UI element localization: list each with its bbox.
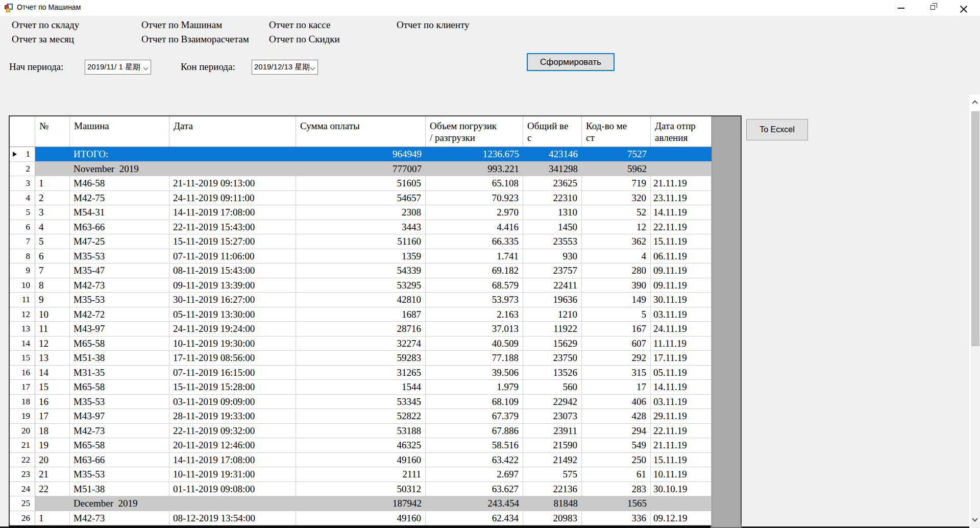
cell: 49160 — [296, 453, 426, 467]
start-period-datepicker[interactable]: 2019/11/ 1 星期 — [85, 60, 151, 75]
close-button[interactable] — [952, 0, 975, 16]
menu-item-report-cash[interactable]: Отчет по кассе — [269, 19, 330, 31]
table-row[interactable]: 1ИТОГО:9649491236.6754231467527 — [10, 147, 741, 162]
cell: 777007 — [296, 162, 426, 176]
menu-item-report-client[interactable]: Отчет по клиенту — [397, 19, 470, 31]
row-header[interactable]: 11 — [10, 293, 35, 307]
vertical-scrollbar[interactable] — [969, 95, 980, 528]
cell: 21.11.19 — [651, 438, 712, 452]
table-row[interactable]: 53М54-3114-11-2019 17:08:0023082.9701310… — [10, 205, 741, 220]
row-header[interactable]: 3 — [10, 176, 35, 190]
table-row[interactable]: 1715М65-5815-11-2019 15:28:0015441.97956… — [10, 380, 741, 395]
table-row[interactable]: 64М63-6622-11-2019 15:43:0034434.4161450… — [10, 220, 741, 235]
column-header-1[interactable]: Машина — [70, 116, 169, 147]
cell: 575 — [523, 467, 582, 482]
row-header[interactable]: 5 — [10, 205, 35, 220]
row-header[interactable]: 12 — [10, 307, 35, 322]
table-row[interactable]: 1614М31-3507-11-2019 16:15:003126539.506… — [10, 366, 741, 380]
menu-item-report-machines[interactable]: Отчет по Машинам — [141, 19, 222, 31]
table-row[interactable]: 2November 2019777007993.2213412985962 — [10, 162, 741, 177]
export-to-excel-button[interactable]: To Ecxcel — [746, 119, 808, 140]
column-header-0[interactable]: № — [35, 116, 70, 147]
row-header[interactable]: 9 — [10, 263, 35, 278]
table-row[interactable]: 2018М42-7322-11-2019 09:32:005318867.886… — [10, 424, 741, 439]
minimize-button[interactable] — [890, 0, 913, 16]
row-header[interactable]: 21 — [10, 438, 35, 452]
row-header[interactable]: 16 — [10, 366, 35, 380]
table-row[interactable]: 2422М51-3801-11-2019 09:08:005031263.627… — [10, 482, 741, 497]
table-row[interactable]: 86М35-5307-11-2019 11:06:0013591.7419304… — [10, 249, 741, 264]
table-row[interactable]: 25December 2019187942243.454818481565 — [10, 496, 741, 511]
cell: 10-11-2019 19:30:00 — [169, 337, 296, 351]
column-header-5[interactable]: Общий ве с — [523, 116, 582, 147]
cell: 149 — [582, 293, 651, 307]
row-header[interactable]: 4 — [10, 191, 35, 205]
row-header[interactable]: 17 — [10, 380, 35, 394]
row-header[interactable]: 20 — [10, 424, 35, 438]
row-header[interactable]: 8 — [10, 249, 35, 263]
cell: М42-73 — [70, 511, 169, 525]
column-header-7[interactable]: Дата отпр авления — [651, 116, 712, 147]
row-header[interactable]: 15 — [10, 351, 35, 365]
table-row[interactable]: 2119М65-5820-11-2019 12:46:004632558.516… — [10, 438, 741, 453]
column-header-3[interactable]: Сумма оплаты — [296, 116, 426, 147]
column-header-2[interactable]: Дата — [169, 116, 296, 147]
table-row[interactable]: 2321М35-5310-11-2019 19:31:0021112.69757… — [10, 467, 741, 482]
table-row[interactable]: 1816М35-5303-11-2019 09:09:005334568.109… — [10, 395, 741, 410]
table-row[interactable]: 1412М65-5810-11-2019 19:30:003227440.509… — [10, 337, 741, 351]
row-header[interactable]: 22 — [10, 453, 35, 467]
grid-filler-column — [712, 116, 741, 527]
chevron-down-icon[interactable] — [309, 60, 317, 74]
cell: 28716 — [296, 322, 426, 336]
scrollbar-thumb[interactable] — [971, 111, 979, 346]
table-row[interactable]: 75М47-2515-11-2019 15:27:005116066.33523… — [10, 234, 741, 249]
column-header-6[interactable]: Код-во ме ст — [582, 116, 651, 147]
cell: М51-38 — [70, 351, 169, 365]
cell — [169, 162, 296, 176]
generate-report-button[interactable]: Сформировать — [527, 53, 615, 71]
end-period-datepicker[interactable]: 2019/12/13 星期 — [252, 60, 318, 75]
row-header[interactable]: 18 — [10, 395, 35, 409]
row-header[interactable]: 10 — [10, 278, 35, 293]
row-header[interactable]: 13 — [10, 322, 35, 336]
row-header[interactable]: 7 — [10, 234, 35, 249]
table-row[interactable]: 1917М43-9728-11-2019 19:33:005282267.379… — [10, 409, 741, 424]
row-header[interactable]: 25 — [10, 496, 35, 511]
menu-item-report-month[interactable]: Отчет за месяц — [12, 34, 74, 45]
cell: 283 — [582, 482, 651, 496]
row-header[interactable]: 23 — [10, 467, 35, 482]
row-header[interactable]: 26 — [10, 511, 35, 525]
table-row[interactable]: 42М42-7524-11-2019 09:11:005465770.92322… — [10, 191, 741, 206]
table-row[interactable]: 1210М42-7205-11-2019 13:30:0016872.16312… — [10, 307, 741, 322]
table-row[interactable]: 261М42-7308-12-2019 13:54:004916062.4342… — [10, 511, 741, 526]
cell: 08-12-2019 13:54:00 — [169, 511, 296, 525]
table-row[interactable]: 97М35-4708-11-2019 15:43:005433969.18223… — [10, 263, 741, 278]
scrollbar-up-button[interactable] — [971, 95, 980, 111]
menu-item-report-warehouse[interactable]: Отчет по складу — [12, 19, 79, 31]
cell: 1310 — [523, 205, 582, 220]
menu-item-report-settlements[interactable]: Отчет по Взаиморасчетам — [141, 34, 249, 45]
row-header[interactable]: 24 — [10, 482, 35, 496]
restore-button[interactable] — [922, 0, 944, 16]
table-row[interactable]: 1513М51-3817-11-2019 08:56:005928377.188… — [10, 351, 741, 366]
scrollbar-down-button[interactable] — [971, 514, 980, 527]
table-row[interactable]: 2220М63-6614-11-2019 17:08:004916063.422… — [10, 453, 741, 468]
menu-item-report-discounts[interactable]: Отчет по Скидки — [269, 34, 340, 45]
row-header[interactable]: 6 — [10, 220, 35, 234]
cell: 4 — [582, 249, 651, 263]
table-row[interactable]: 1311М43-9724-11-2019 19:24:002871637.013… — [10, 322, 741, 337]
cell: 21492 — [523, 453, 582, 467]
row-header[interactable]: 14 — [10, 337, 35, 351]
table-row[interactable]: 108М42-7309-11-2019 13:39:005329568.5792… — [10, 278, 741, 293]
table-row[interactable]: 119М35-5330-11-2019 16:27:004281053.9731… — [10, 293, 741, 307]
table-row[interactable]: 31М46-5821-11-2019 09:13:005160565.10823… — [10, 176, 741, 191]
row-header[interactable]: 1 — [10, 147, 35, 161]
chevron-down-icon[interactable] — [142, 60, 151, 74]
cell: 10-11-2019 19:31:00 — [169, 467, 296, 482]
cell: М42-73 — [70, 278, 169, 293]
row-header[interactable]: 19 — [10, 409, 35, 423]
cell: 23757 — [523, 263, 582, 278]
row-header[interactable]: 2 — [10, 162, 35, 176]
grid-corner-cell[interactable] — [10, 116, 35, 147]
column-header-4[interactable]: Объем погрузик / разгрузки — [426, 116, 523, 147]
